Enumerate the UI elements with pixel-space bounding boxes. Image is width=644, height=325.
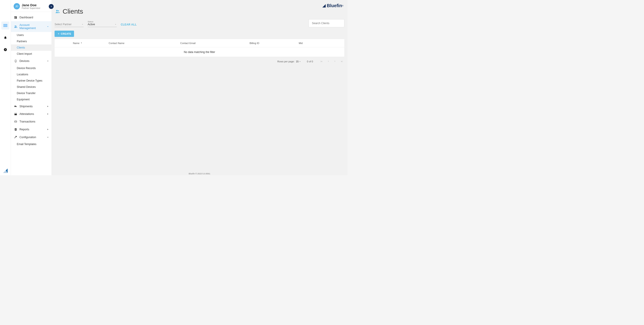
next-page-button[interactable] [333,59,337,64]
dropdown-icon [82,23,84,25]
search-input[interactable] [312,22,346,25]
dropdown-icon [114,23,117,25]
clipboard-icon [14,128,18,131]
svg-rect-6 [16,17,17,18]
menu-toggle-button[interactable] [1,21,10,29]
partner-select[interactable]: Select Partner [54,23,84,27]
last-page-icon [340,60,344,63]
notifications-button[interactable] [1,33,10,41]
column-mid[interactable]: Mid [299,42,344,44]
table-header: Name Contact Name Contact Email Billing … [54,39,344,47]
avatar: JD [14,3,20,9]
help-button[interactable]: ? [1,46,10,54]
nav-transactions[interactable]: Transactions [11,118,52,125]
nav-label: Configuration [20,136,36,139]
prev-page-button[interactable] [326,59,330,64]
nav-label: Reports [20,128,29,131]
status-value: Active [88,23,95,26]
rows-per-page-label: Rows per page: [277,60,294,63]
create-button[interactable]: CREATE [54,31,74,37]
chevron-right-icon [334,60,336,63]
clients-table: Name Contact Name Contact Email Billing … [54,39,344,57]
sidebar-item-client-import[interactable]: Client Import [11,51,52,57]
svg-point-14 [16,107,16,107]
nav-account-management[interactable]: Account Management [11,21,52,32]
help-icon: ? [4,48,7,51]
status-select[interactable]: Status Active [88,20,117,27]
nav-dashboard[interactable]: Dashboard [11,14,52,21]
plus-icon [57,32,60,35]
nav-shipments[interactable]: Shipments [11,103,52,110]
brand-logo: Bluefin ® [322,3,344,8]
chevron-down-icon [46,136,49,139]
status-label: Status [88,20,117,23]
profile-name: Jane Doe [22,3,40,7]
nav-label: Transactions [20,120,35,123]
chevron-right-icon [46,128,49,131]
page-range: 0 of 0 [307,60,313,63]
last-page-button[interactable] [340,59,344,64]
svg-text:?: ? [5,48,6,51]
filter-row: Select Partner Status Active CLEAR ALL [52,20,348,30]
svg-marker-25 [322,4,326,7]
sidebar-item-equipment[interactable]: Equipment [11,96,52,103]
svg-point-13 [15,107,15,107]
sidebar-item-shared-devices[interactable]: Shared Devices [11,84,52,90]
search-box[interactable] [308,19,344,27]
hamburger-icon [3,24,8,27]
nav-configuration[interactable]: Configuration [11,133,52,141]
column-name[interactable]: Name [73,42,109,44]
svg-rect-24 [15,130,16,130]
sidebar-item-partner-device-types[interactable]: Partner Device Types [11,77,52,84]
svg-rect-23 [15,129,16,129]
sidebar-item-device-records[interactable]: Device Records [11,65,52,71]
chevron-right-icon [46,105,49,108]
truck-icon [14,105,18,108]
sidebar-item-locations[interactable]: Locations [11,71,52,77]
chevron-left-icon [327,60,330,63]
clear-all-button[interactable]: CLEAR ALL [121,23,137,26]
card-icon [14,120,18,123]
rows-per-page-select[interactable]: 15 [296,60,301,63]
calendar-icon [14,112,18,116]
people-icon [14,25,18,28]
nav-reports[interactable]: Reports [11,125,52,133]
create-label: CREATE [61,32,71,35]
first-page-button[interactable] [319,59,324,64]
collapse-sidebar-button[interactable] [49,4,54,9]
sidebar-item-email-templates[interactable]: Email Templates [11,141,52,147]
sidebar-item-clients[interactable]: Clients [11,44,52,51]
left-rail: ? [0,0,11,175]
sidebar: JD Jane Doe Partner Supervisor Dashboard… [11,0,52,175]
column-contact-name[interactable]: Contact Name [109,42,180,44]
main-content: Bluefin ® Clients Select Partner Status … [52,0,348,175]
nav-label: Shipments [20,105,33,108]
nav-attestations[interactable]: Attestations [11,110,52,118]
sidebar-item-users[interactable]: Users [11,32,52,38]
svg-point-9 [16,26,17,27]
sidebar-item-partners[interactable]: Partners [11,38,52,44]
svg-rect-5 [16,16,17,17]
dropdown-icon [299,60,301,63]
dashboard-icon [14,16,18,19]
chevron-down-icon [46,25,49,28]
column-contact-email[interactable]: Contact Email [180,42,250,44]
phone-icon [14,59,18,63]
column-billing-id[interactable]: Billing ID [250,42,299,44]
svg-rect-22 [15,129,16,129]
sort-asc-icon [80,42,82,44]
footer-text: Bluefin © 2023 5.0.8561 [52,173,348,175]
nav-label: Account Management [20,23,46,30]
brand-text: Bluefin [327,3,342,8]
partner-placeholder: Select Partner [54,23,72,26]
svg-point-26 [56,10,58,11]
nav-label: Dashboard [20,16,33,19]
svg-rect-19 [14,121,17,122]
nav-devices[interactable]: Devices [11,57,52,65]
profile-block[interactable]: JD Jane Doe Partner Supervisor [11,0,52,12]
chevron-right-icon [46,113,49,115]
brand-mark [3,168,8,173]
wrench-icon [14,136,18,139]
sidebar-item-device-transfer[interactable]: Device Transfer [11,90,52,96]
chevron-left-icon [50,5,52,8]
